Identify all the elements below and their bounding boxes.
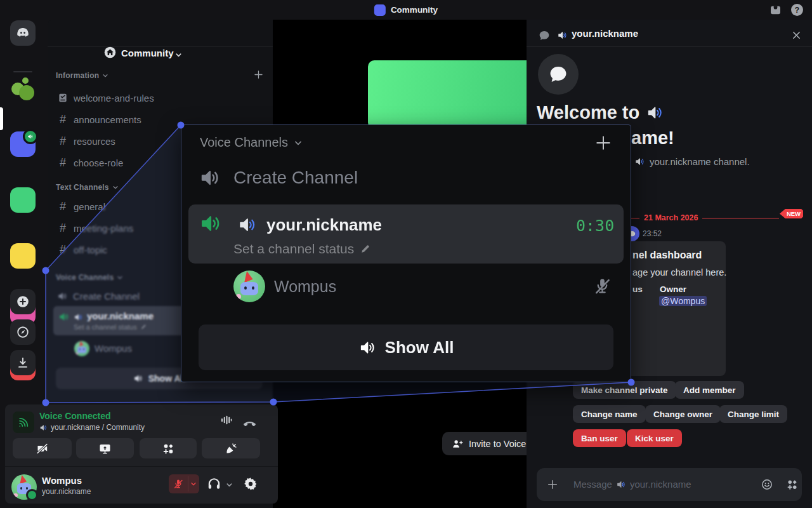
sidebar-item-resources[interactable]: # resources	[57, 132, 115, 150]
mic-mute-button[interactable]	[169, 474, 199, 493]
ban-user-button[interactable]: Ban user	[573, 429, 626, 447]
sidebar-item-create-channel[interactable]: Create Channel	[57, 288, 140, 304]
magnifier-show-all-button[interactable]: Show All	[199, 324, 613, 370]
owner-mention[interactable]: @Wompus	[659, 296, 707, 306]
sidebar-item-server-community[interactable]	[10, 131, 36, 157]
add-channel-icon[interactable]	[594, 133, 613, 152]
embed-title-fragment: nel dashboard	[632, 250, 702, 261]
titlebar: Community ?	[0, 0, 812, 20]
change-limit-button[interactable]: Change limit	[719, 405, 787, 423]
explore-servers-button[interactable]	[10, 319, 36, 345]
attach-plus-icon[interactable]	[547, 479, 558, 490]
placeholder-channel: your.nickname	[630, 479, 691, 490]
sidebar-item-discord-home[interactable]	[10, 20, 36, 46]
speaker-emoji-icon	[237, 215, 258, 235]
sidebar-item-server-blobs[interactable]	[10, 76, 36, 101]
hash-icon: #	[57, 156, 69, 170]
add-server-button[interactable]	[10, 289, 36, 314]
change-owner-button[interactable]: Change owner	[645, 405, 721, 423]
create-channel-label: Create Channel	[233, 168, 358, 188]
change-name-button[interactable]: Change name	[573, 405, 646, 423]
section-voice-channels[interactable]: Voice Channels	[56, 273, 123, 282]
help-icon[interactable]: ?	[791, 4, 803, 16]
voice-location[interactable]: your.nickname / Community	[39, 423, 145, 432]
close-icon[interactable]	[791, 30, 802, 41]
download-icon	[16, 356, 30, 370]
status-text: Set a channel status	[74, 323, 137, 331]
soundboard-icon	[225, 442, 238, 455]
avatar	[233, 271, 265, 302]
mic-muted-icon	[593, 276, 612, 296]
section-label: Voice Channels	[56, 273, 114, 282]
section-label: Text Channels	[56, 183, 109, 192]
camera-toggle-button[interactable]	[13, 438, 72, 458]
download-apps-button[interactable]	[10, 350, 36, 375]
soundboard-button[interactable]	[202, 438, 260, 458]
magnifier-create-channel[interactable]: Create Channel	[199, 166, 358, 189]
channel-status-placeholder[interactable]: Set a channel status	[74, 323, 147, 331]
section-information[interactable]: Information	[56, 71, 108, 80]
sidebar-item-choose-role[interactable]: # choose-role	[57, 154, 123, 171]
voice-signal-icon	[17, 416, 30, 429]
section-label: Information	[56, 71, 99, 80]
disconnect-call-icon[interactable]	[242, 413, 257, 428]
screen-share-button[interactable]	[76, 438, 134, 458]
welcome-heading-line2-fragment: ame!	[631, 128, 674, 149]
speaker-emoji-icon	[646, 104, 664, 122]
sidebar-item-meeting-plans[interactable]: # meeting-plans	[57, 219, 133, 237]
sidebar-item-server-green[interactable]	[10, 187, 36, 213]
screen-share-icon	[98, 442, 112, 455]
message-timestamp: 23:52	[643, 229, 662, 238]
magnifier-member-name: Wompus	[274, 277, 336, 296]
user-display-name: Wompus	[42, 475, 82, 486]
user-nickname: your.nickname	[42, 487, 91, 496]
embed-description-fragment: age your channel here.	[632, 267, 726, 277]
channel-label: meeting-plans	[74, 223, 133, 234]
sidebar-item-server-yellow[interactable]	[10, 243, 36, 269]
online-status-dot	[26, 489, 38, 501]
video-tile[interactable]	[368, 60, 527, 129]
server-header[interactable]: Community	[48, 20, 273, 47]
app-logo-icon	[374, 4, 386, 16]
magnifier-channel-status[interactable]: Set a channel status	[233, 241, 370, 257]
chat-bubble-icon	[538, 29, 551, 42]
voice-channel-name: your.nickname	[87, 311, 154, 321]
emoji-picker-icon[interactable]	[761, 478, 773, 491]
make-channel-private-button[interactable]: Make channel private	[573, 381, 676, 399]
sidebar-item-welcome-and-rules[interactable]: welcome-and-rules	[57, 89, 154, 107]
invite-to-voice-button[interactable]: Invite to Voice	[442, 432, 536, 455]
sticker-gif-icon[interactable]	[786, 478, 799, 491]
inbox-tray-icon[interactable]	[769, 4, 782, 17]
message-input[interactable]: Message your.nickname	[537, 468, 802, 501]
magnifier-member-row[interactable]	[233, 271, 265, 302]
voice-connected-status[interactable]: Voice Connected	[39, 411, 111, 421]
settings-gear-icon[interactable]	[243, 476, 258, 491]
add-member-button[interactable]: Add member	[675, 381, 744, 399]
chevron-down-icon[interactable]	[188, 481, 199, 487]
intro-text-fragment: your.nickname channel.	[650, 156, 750, 167]
activities-button[interactable]	[140, 438, 197, 458]
add-channel-icon[interactable]	[253, 69, 264, 80]
sidebar-item-general[interactable]: # general	[57, 197, 105, 215]
sidebar-item-announcements[interactable]: # announcements	[57, 110, 141, 128]
chevron-down-icon[interactable]	[226, 481, 233, 488]
section-text-channels[interactable]: Text Channels	[56, 183, 119, 192]
channel-label: announcements	[74, 114, 141, 125]
magnifier-section-voice-channels[interactable]: Voice Channels	[200, 135, 303, 150]
camera-off-icon	[36, 442, 49, 455]
noise-suppression-icon[interactable]	[219, 413, 233, 427]
hash-icon: #	[57, 135, 69, 148]
activities-shapes-icon	[162, 442, 175, 455]
sidebar-item-off-topic[interactable]: # off-topic	[57, 241, 107, 258]
speaker-icon	[358, 338, 377, 357]
user-avatar[interactable]	[11, 474, 37, 500]
mic-muted-icon	[169, 478, 188, 490]
voice-member-row[interactable]	[74, 341, 89, 356]
server-name: Community	[121, 48, 174, 58]
kick-user-button[interactable]: Kick user	[627, 429, 682, 447]
headphones-icon[interactable]	[207, 476, 221, 491]
speaker-emoji-icon	[634, 156, 645, 167]
help-glyph: ?	[795, 6, 799, 15]
app-window: Community ? Community	[0, 0, 812, 508]
speaker-icon	[199, 166, 221, 189]
